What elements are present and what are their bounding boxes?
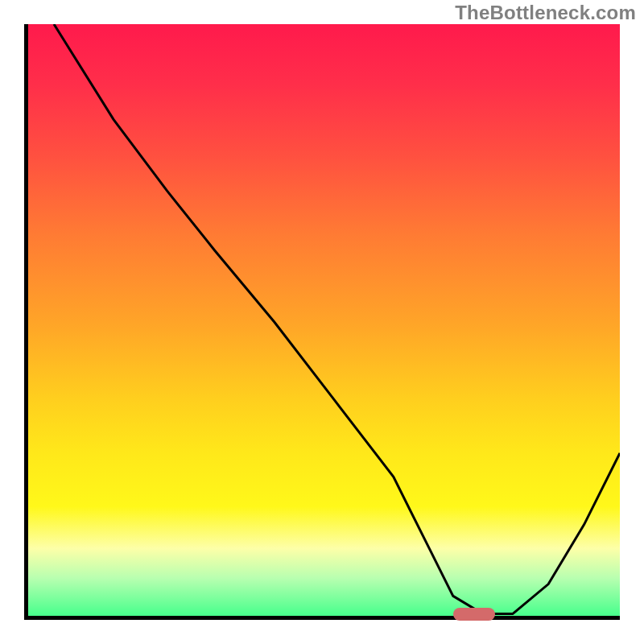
- chart-container: TheBottleneck.com: [0, 0, 644, 644]
- watermark-text: TheBottleneck.com: [455, 2, 636, 24]
- plot-gradient-background: [24, 24, 620, 620]
- optimum-marker: [453, 608, 495, 621]
